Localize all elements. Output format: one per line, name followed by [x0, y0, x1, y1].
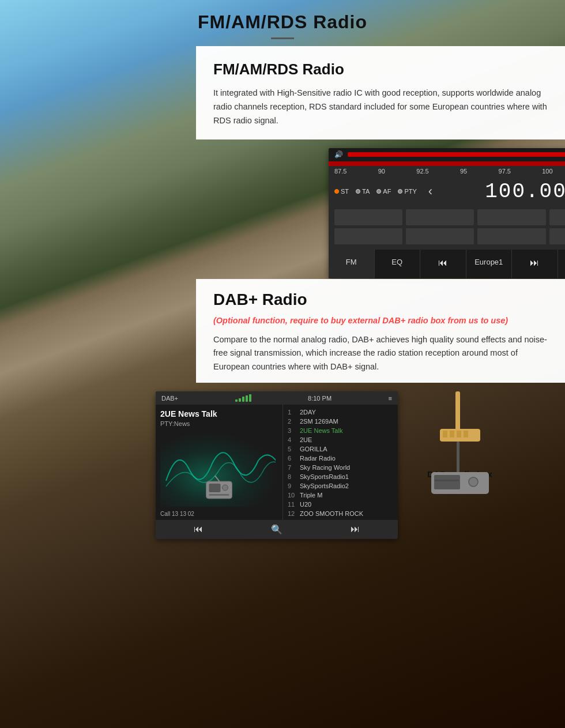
preset-6[interactable] [334, 228, 402, 244]
channel-4[interactable]: 4 2UE [288, 435, 393, 444]
toolbar-eq[interactable]: EQ [375, 250, 421, 278]
svg-rect-7 [443, 431, 447, 437]
channel-8[interactable]: 8 SkySportsRadio1 [288, 472, 393, 481]
toolbar-dx[interactable]: DX [558, 250, 566, 278]
signal-bar-3 [242, 397, 244, 402]
preset-rows [329, 207, 565, 250]
bottom-row-right: DAB+ 8:10 PM ≡ [156, 391, 565, 539]
preset-row-2 [334, 228, 565, 244]
svg-line-4 [215, 476, 220, 481]
option-ta[interactable]: TA [356, 188, 370, 195]
svg-rect-3 [209, 494, 229, 496]
signal-bar-2 [239, 398, 241, 402]
channel-2[interactable]: 2 2SM 1269AM [288, 417, 393, 426]
channel-7[interactable]: 7 Sky Racing World [288, 463, 393, 472]
freq-bar-dark [329, 161, 565, 166]
freq-value: 100.00 [485, 180, 565, 203]
option-af[interactable]: AF [376, 188, 391, 195]
radio-device-icon [204, 476, 235, 504]
freq-scale: 87.5 90 92.5 95 97.5 100 102.5 105 107.5 [329, 166, 565, 176]
freq-scale-925: 92.5 [416, 168, 428, 175]
channel-3[interactable]: 3 2UE News Talk [288, 426, 393, 435]
svg-point-2 [223, 485, 228, 491]
preset-3[interactable] [477, 209, 545, 225]
page-title-area: FM/AM/RDS Radio [0, 0, 565, 46]
dab-now-playing: 2UE News Talk PTY:News [156, 405, 282, 520]
signal-bar-5 [249, 394, 251, 402]
dab-box-drawing [414, 391, 506, 466]
signal-bar-4 [246, 395, 248, 402]
svg-rect-8 [450, 431, 454, 437]
dab-description: Compare to the normal analog radio, DAB+… [213, 333, 548, 375]
dab-ui: DAB+ 8:10 PM ≡ [156, 391, 398, 539]
freq-scale-90: 90 [378, 168, 385, 175]
dab-call: Call 13 13 02 [160, 511, 194, 517]
preset-8[interactable] [477, 228, 545, 244]
dab-pty: PTY:News [160, 420, 278, 427]
next-icon: ⏭ [530, 258, 539, 267]
dot-st [334, 189, 339, 194]
radio-toolbar: FM EQ ⏮ Europe1 ⏭ DX Search ↩ [329, 250, 565, 278]
dab-channel-list-panel: 1 2DAY 2 2SM 1269AM 3 2UE News Talk [282, 405, 398, 520]
fm-card-title: FM/AM/RDS Radio [213, 61, 548, 78]
channel-10[interactable]: 10 Triple M [288, 491, 393, 500]
dab-header-label: DAB+ [161, 395, 178, 402]
dab-box-visual: DAB+ radio box (Optional) [409, 391, 510, 488]
toolbar-prev[interactable]: ⏮ [420, 250, 466, 278]
svg-rect-10 [464, 431, 468, 437]
svg-point-14 [469, 477, 478, 486]
preset-9[interactable] [549, 228, 565, 244]
preset-1[interactable] [334, 209, 402, 225]
channel-1[interactable]: 1 2DAY [288, 408, 393, 417]
volume-icon: 🔊 [334, 150, 343, 159]
preset-row-1 [334, 209, 565, 225]
label-st: ST [341, 188, 349, 195]
dab-menu-icon: ≡ [389, 395, 392, 402]
dab-footer: ⏮ 🔍 ⏭ [156, 520, 398, 539]
dot-ta [356, 189, 360, 194]
channel-12[interactable]: 12 ZOO SMOOTH ROCK [288, 509, 393, 518]
page-title: FM/AM/RDS Radio [0, 12, 565, 33]
label-af: AF [383, 188, 391, 195]
channel-5[interactable]: 5 GORILLA [288, 444, 393, 454]
dab-footer-prev[interactable]: ⏮ [194, 524, 203, 535]
svg-rect-9 [457, 431, 461, 437]
label-pty: PTY [404, 188, 416, 195]
dab-info-panel: DAB+ Radio (Optional function, require t… [196, 279, 565, 383]
dab-visual-area [160, 432, 278, 507]
label-ta: TA [362, 188, 370, 195]
dab-channels: 1 2DAY 2 2SM 1269AM 3 2UE News Talk [283, 405, 398, 521]
option-st[interactable]: ST [334, 188, 349, 195]
channel-6[interactable]: 6 Radar Radio [288, 454, 393, 463]
dab-time: 8:10 PM [308, 395, 332, 402]
svg-rect-1 [209, 484, 221, 492]
freq-scale-975: 97.5 [499, 168, 511, 175]
signal-bar-1 [235, 399, 238, 402]
freq-prev-icon[interactable]: ‹ [428, 184, 432, 199]
preset-4[interactable] [549, 209, 565, 225]
volume-bar[interactable] [348, 152, 565, 157]
dot-af [376, 189, 381, 194]
svg-rect-13 [434, 475, 460, 489]
dab-header: DAB+ 8:10 PM ≡ [156, 391, 398, 405]
option-pty[interactable]: PTY [398, 188, 416, 195]
svg-rect-15 [435, 480, 459, 481]
fm-description: It integrated with High-Sensitive radio … [213, 86, 548, 128]
full-page: FM/AM/RDS Radio FM/AM/RDS Radio It integ… [0, 0, 565, 728]
dot-pty [398, 189, 402, 194]
toolbar-fm[interactable]: FM [329, 250, 375, 278]
page-content: FM/AM/RDS Radio FM/AM/RDS Radio It integ… [0, 0, 565, 556]
preset-7[interactable] [406, 228, 474, 244]
radio-options-row: ST TA AF PTY ‹ [329, 176, 565, 207]
preset-2[interactable] [406, 209, 474, 225]
title-underline [271, 37, 294, 39]
channel-9[interactable]: 9 SkySportsRadio2 [288, 481, 393, 491]
freq-scale-95: 95 [460, 168, 467, 175]
toolbar-europe1[interactable]: Europe1 [466, 250, 513, 278]
dab-footer-search[interactable]: 🔍 [271, 524, 282, 535]
prev-icon: ⏮ [438, 258, 447, 267]
channel-11[interactable]: 11 U20 [288, 500, 393, 509]
radio-ui-wrapper: 🔊 30 87.5 90 92.5 95 97.5 [164, 148, 539, 278]
toolbar-next[interactable]: ⏭ [512, 250, 558, 278]
dab-footer-next[interactable]: ⏭ [351, 524, 360, 535]
